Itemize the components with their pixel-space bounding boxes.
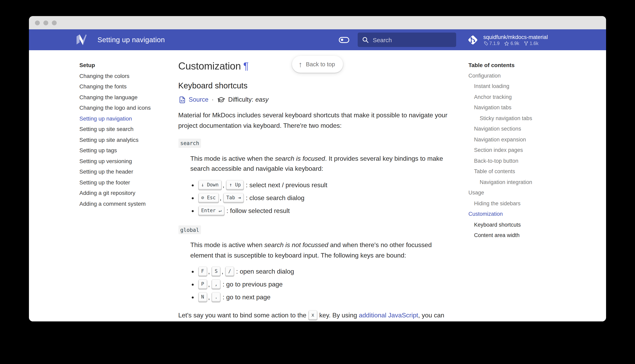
toc-list: ConfigurationInstant loadingAnchor track…: [468, 70, 560, 241]
outro-paragraph: Let's say you want to bind some action t…: [178, 310, 449, 320]
keyboard-key: N: [198, 292, 207, 301]
toc-item[interactable]: Content area width: [468, 230, 560, 241]
keyboard-key: ↑ Up: [226, 180, 244, 189]
key-bindings-list: ↓ Down,↑ Up : select next / previous res…: [198, 178, 449, 217]
keyboard-key: .: [212, 292, 220, 301]
stage: Setting up navigation: [0, 0, 635, 364]
repo-version: 7.1.9: [489, 41, 500, 46]
repo-stars: 6.9k: [510, 41, 519, 46]
toc-item[interactable]: Sticky navigation tabs: [468, 113, 560, 124]
key-binding-item: F,S,/ : open search dialog: [198, 265, 449, 278]
toc-item[interactable]: Usage: [468, 188, 560, 198]
repo-forks: 1.6k: [530, 41, 538, 46]
page-content: Setup Changing the colorsChanging the fo…: [29, 50, 606, 322]
graduation-cap-icon: [217, 96, 226, 104]
mode-code-badge: global: [178, 225, 201, 234]
repo-stats: 7.1.9 6.9k 1.6k: [483, 41, 548, 46]
source-meta-line: Source· Difficulty:easy: [178, 96, 449, 104]
additional-javascript-link[interactable]: additional JavaScript: [359, 312, 418, 318]
repo-link[interactable]: squidfunk/mkdocs-material 7.1.9 6.9k 1.6…: [466, 33, 560, 46]
difficulty-value: easy: [256, 96, 269, 103]
sidebar-item[interactable]: Setting up the footer: [80, 177, 175, 188]
file-code-icon: [178, 96, 186, 104]
toc-item[interactable]: Navigation sections: [468, 124, 560, 134]
key-binding-item: ↓ Down,↑ Up : select next / previous res…: [198, 178, 449, 192]
sidebar-item[interactable]: Adding a git repository: [80, 188, 175, 198]
mode-description: This mode is active when search is not f…: [190, 240, 449, 260]
mkdocs-material-logo-icon[interactable]: [75, 34, 88, 46]
page-heading-text: Customization: [178, 60, 241, 72]
sidebar-item[interactable]: Changing the fonts: [80, 81, 175, 92]
toc-item[interactable]: Keyboard shortcuts: [468, 220, 560, 230]
source-link[interactable]: Source: [189, 96, 208, 103]
keyboard-key: /: [226, 266, 234, 276]
nav-sidebar: Setup Changing the colorsChanging the fo…: [75, 60, 175, 320]
toc-item[interactable]: Anchor tracking: [468, 92, 560, 102]
repo-name: squidfunk/mkdocs-material: [483, 34, 548, 40]
sidebar-item[interactable]: Setting up site search: [80, 124, 175, 134]
sidebar-item[interactable]: Adding a comment system: [80, 198, 175, 209]
git-repo-icon: [466, 33, 479, 46]
section-heading: Keyboard shortcuts: [178, 80, 449, 91]
key-binding-item: N,. : go to next page: [198, 291, 449, 304]
key-bindings-list: F,S,/ : open search dialogP,, : go to pr…: [198, 265, 449, 304]
window-control-maximize[interactable]: [52, 20, 57, 25]
toc-item[interactable]: Navigation expansion: [468, 134, 560, 145]
search-input[interactable]: [373, 36, 452, 43]
keyboard-key: ,: [212, 279, 220, 288]
sidebar-list: Changing the colorsChanging the fontsCha…: [80, 70, 175, 209]
back-to-top-button[interactable]: ↑ Back to top: [292, 56, 343, 73]
window-control-close[interactable]: [35, 20, 40, 25]
window-control-minimize[interactable]: [44, 20, 48, 25]
toc-item[interactable]: Customization: [468, 209, 560, 220]
toc-item[interactable]: Navigation tabs: [468, 102, 560, 113]
mode-description: This mode is active when the search is f…: [190, 153, 449, 174]
toc-item[interactable]: Back-to-top button: [468, 156, 560, 166]
sidebar-item[interactable]: Setting up versioning: [80, 156, 175, 166]
keyboard-key: F: [198, 266, 207, 276]
difficulty-label: Difficulty:: [228, 96, 254, 103]
keyboard-key: S: [212, 266, 220, 276]
keyboard-key: ⊘ Esc: [198, 193, 218, 202]
window-titlebar: [29, 16, 606, 29]
fork-icon: [524, 41, 528, 46]
mode-description-block: This mode is active when search is not f…: [190, 240, 449, 304]
sidebar-item[interactable]: Setting up site analytics: [80, 134, 175, 145]
sidebar-item[interactable]: Setting up navigation: [80, 113, 175, 124]
header-page-title: Setting up navigation: [98, 36, 165, 44]
toc-title: Table of contents: [468, 60, 560, 70]
keyboard-key: ↓ Down: [198, 180, 222, 189]
keyboard-key: P: [198, 279, 207, 288]
search-icon: [362, 36, 369, 44]
search-box[interactable]: [358, 32, 456, 47]
tag-version-icon: [483, 41, 488, 46]
toc-item[interactable]: Section index pages: [468, 145, 560, 156]
keyboard-key: x: [309, 310, 317, 320]
key-binding-item: ⊘ Esc,Tab ⇥ : close search dialog: [198, 192, 449, 204]
toc-item[interactable]: Instant loading: [468, 81, 560, 92]
browser-window: Setting up navigation: [29, 16, 606, 322]
toc-item[interactable]: Table of contents: [468, 166, 560, 177]
sidebar-item[interactable]: Changing the logo and icons: [80, 102, 175, 113]
toc-item[interactable]: Hiding the sidebars: [468, 198, 560, 209]
main-article: Customization¶ Keyboard shortcuts Source…: [175, 60, 463, 320]
sidebar-item[interactable]: Setting up the header: [80, 166, 175, 177]
arrow-up-icon: ↑: [298, 60, 302, 68]
key-binding-item: P,, : go to previous page: [198, 278, 449, 291]
keyboard-key: Enter ↵: [198, 206, 224, 215]
intro-paragraph: Material for MkDocs includes several key…: [178, 110, 449, 130]
sidebar-item[interactable]: Changing the language: [80, 92, 175, 102]
sidebar-item[interactable]: Setting up tags: [80, 145, 175, 156]
heading-anchor-pilcrow[interactable]: ¶: [243, 60, 248, 72]
keyboard-key: Tab ⇥: [224, 193, 244, 202]
toc-item[interactable]: Navigation integration: [468, 177, 560, 188]
toc-item[interactable]: Configuration: [468, 70, 560, 81]
star-icon: [504, 41, 509, 46]
back-to-top-label: Back to top: [306, 61, 335, 68]
mode-description-block: This mode is active when the search is f…: [190, 153, 449, 217]
key-binding-item: Enter ↵ : follow selected result: [198, 204, 449, 217]
toc-sidebar: Table of contents ConfigurationInstant l…: [463, 60, 560, 320]
theme-toggle-icon[interactable]: [338, 37, 349, 43]
sidebar-item[interactable]: Changing the colors: [80, 70, 175, 81]
meta-separator: ·: [212, 96, 214, 103]
